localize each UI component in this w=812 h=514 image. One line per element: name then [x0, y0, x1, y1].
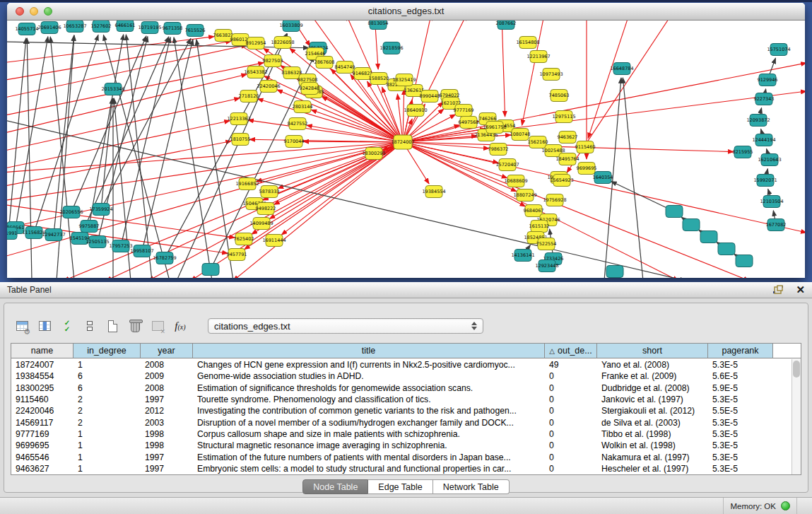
network-node[interactable]: 12093872	[746, 115, 770, 127]
network-node[interactable]: 2718120	[239, 90, 259, 103]
network-node[interactable]: 7625402	[234, 233, 254, 245]
table-row[interactable]: 2242004622012Investigating the contribut…	[11, 405, 792, 416]
network-node[interactable]: 20206556	[59, 206, 83, 218]
network-node[interactable]: 9115460	[575, 141, 596, 153]
network-node[interactable]: 20691406	[37, 22, 61, 34]
network-node[interactable]: 15720407	[495, 159, 519, 171]
column-header-in_degree[interactable]: in_degree	[73, 344, 141, 358]
network-node[interactable]: 2087662	[496, 21, 517, 30]
network-node[interactable]: 2867608	[314, 57, 335, 69]
network-node[interactable]: 18325419	[392, 74, 416, 86]
network-node[interactable]: 14099489	[249, 218, 273, 230]
network-node[interactable]	[718, 243, 735, 255]
network-node[interactable]: 10973493	[539, 69, 563, 81]
network-node[interactable]: 12505135	[86, 236, 109, 248]
network-node[interactable]: 12213967	[526, 51, 550, 63]
network-node[interactable]: 9457791	[227, 249, 247, 261]
column-header-pagerank[interactable]: pagerank	[708, 344, 773, 358]
tab-node-table[interactable]: Node Table	[302, 479, 368, 494]
network-node[interactable]: 1677082	[766, 219, 787, 231]
network-node[interactable]: 18640910	[404, 105, 427, 117]
memory-status-indicator[interactable]	[781, 501, 790, 510]
network-node[interactable]: 16210643	[758, 154, 781, 166]
network-node[interactable]: 14055714	[15, 23, 38, 35]
network-node[interactable]: 9975887	[79, 221, 100, 233]
network-node[interactable]: 1527602	[91, 21, 112, 33]
table-row[interactable]: 1872400712008Changes of HCN gene express…	[11, 359, 792, 370]
network-node[interactable]: 12103504	[760, 196, 783, 208]
network-node[interactable]	[606, 266, 623, 278]
network-node[interactable]: 12975115	[552, 111, 575, 123]
network-node[interactable]	[700, 231, 717, 243]
network-node[interactable]: 18807249	[513, 189, 536, 201]
network-node[interactable]: 15992071	[753, 175, 777, 187]
network-node[interactable]: 9170044	[284, 136, 305, 148]
network-node[interactable]: 9699695	[577, 163, 597, 175]
network-node[interactable]: 8427552	[288, 118, 308, 130]
edit-columns-icon[interactable]: ✓ ✓	[58, 317, 76, 335]
delete-icon[interactable]	[126, 317, 144, 335]
network-node[interactable]: 19384554	[422, 186, 445, 198]
table-row[interactable]: 1938455462009Genome-wide association stu…	[11, 370, 792, 382]
network-node[interactable]: 7485063	[549, 90, 570, 102]
network-node[interactable]: 10688609	[504, 175, 527, 187]
table-row[interactable]: 969969511998Structural magnetic resonanc…	[11, 440, 792, 451]
network-node[interactable]	[736, 255, 753, 267]
column-header-name[interactable]: name	[11, 344, 73, 358]
network-node[interactable]: 9242848	[300, 83, 320, 95]
network-node[interactable]: 7615526	[185, 25, 206, 37]
float-panel-icon[interactable]	[772, 285, 784, 295]
table-row[interactable]: 1830029562008Estimation of significance …	[11, 382, 792, 394]
table-row[interactable]: 1456911722003Disruption of a novel membe…	[11, 416, 792, 428]
network-node[interactable]: 22420046	[257, 81, 280, 93]
network-node[interactable]: 17957253	[109, 240, 132, 252]
network-node[interactable]: 9671358	[163, 23, 183, 35]
close-panel-icon[interactable]: ✕	[796, 284, 805, 296]
network-node[interactable]: 9129946	[758, 74, 778, 86]
scrollbar-thumb[interactable]	[793, 361, 800, 378]
network-node[interactable]: 12942737	[42, 229, 65, 241]
network-node[interactable]: 14136141	[511, 250, 534, 262]
network-node[interactable]: 8912954	[246, 37, 266, 49]
show-columns-icon[interactable]	[35, 317, 54, 335]
network-node[interactable]: 19958107	[130, 245, 153, 257]
network-node[interactable]: 6466161	[115, 21, 136, 32]
row-height-icon[interactable]	[81, 317, 99, 335]
table-selector-dropdown[interactable]: citations_edges.txt	[208, 318, 483, 334]
network-node[interactable]	[202, 264, 219, 276]
network-node[interactable]: 5878333	[259, 186, 280, 198]
network-node[interactable]: 16543382	[244, 66, 267, 78]
delete-table-icon[interactable]: ✕	[148, 317, 167, 335]
new-file-icon[interactable]	[103, 317, 122, 335]
network-node[interactable]: 16782759	[153, 252, 176, 264]
network-node[interactable]: 19756928	[543, 194, 566, 206]
network-node[interactable]: 15751074	[767, 44, 790, 56]
network-node[interactable]: 16911444	[262, 235, 286, 247]
network-node[interactable]: 18300295	[362, 148, 385, 160]
function-builder-icon[interactable]: f(x)	[171, 317, 189, 335]
network-node[interactable]: 10719195	[138, 22, 161, 34]
network-node[interactable]: 8813054	[368, 21, 389, 30]
network-node[interactable]: 9777169	[454, 105, 474, 117]
column-header-out_degree[interactable]: △out_de...	[545, 344, 597, 358]
network-node[interactable]: 16961758	[483, 122, 506, 134]
network-node[interactable]: 15654923	[550, 175, 573, 187]
network-canvas[interactable]: 1872400718300295193845541405571420691406…	[7, 21, 805, 278]
network-node[interactable]: 9827503	[263, 55, 283, 67]
network-node[interactable]: 12213363	[227, 113, 250, 125]
column-header-short[interactable]: short	[597, 344, 708, 358]
network-node[interactable]: 8990448	[420, 90, 440, 103]
network-node[interactable]: 1080748	[510, 129, 531, 141]
tab-network-table[interactable]: Network Table	[433, 479, 510, 494]
network-node[interactable]: 10653287	[63, 21, 86, 33]
table-row[interactable]: 946362711997Embryonic stem cells: a mode…	[11, 463, 792, 474]
network-node[interactable]: 18724007	[391, 135, 414, 149]
network-node[interactable]: 12444194	[752, 134, 775, 146]
network-node[interactable]: 7522554	[536, 238, 557, 250]
table-row[interactable]: 946554611997Estimation of the future num…	[11, 451, 792, 462]
table-settings-icon[interactable]: ⚙	[13, 317, 31, 335]
table-row[interactable]: 911546021997Tourette syndrome. Phenomeno…	[11, 394, 792, 405]
network-node[interactable]	[683, 219, 700, 231]
column-header-year[interactable]: year	[141, 344, 193, 358]
network-node[interactable]: 1810755	[230, 134, 251, 146]
